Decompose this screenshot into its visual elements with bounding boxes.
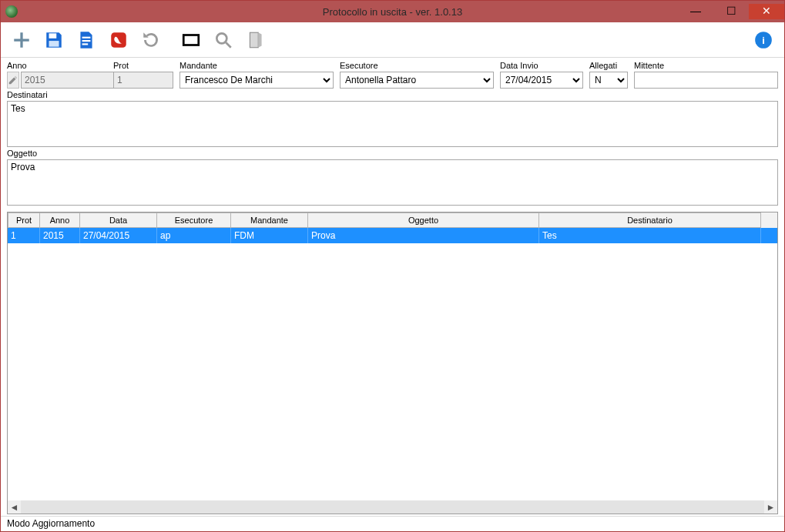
- field-mandante: Mandante Francesco De Marchi: [179, 61, 334, 89]
- search-button[interactable]: [209, 25, 238, 55]
- label-oggetto: Oggetto: [7, 149, 778, 158]
- label-prot: Prot: [113, 61, 173, 70]
- open-button[interactable]: [72, 25, 101, 55]
- grid-body[interactable]: 1 2015 27/04/2015 ap FDM Prova Tes: [8, 228, 777, 500]
- pdf-icon: [109, 30, 129, 50]
- textarea-oggetto[interactable]: [7, 159, 778, 206]
- input-mittente[interactable]: [634, 72, 778, 89]
- scroll-track[interactable]: [21, 500, 764, 514]
- label-esecutore: Esecutore: [340, 61, 494, 70]
- rectangle-icon: [181, 30, 201, 50]
- scroll-left-icon[interactable]: ◄: [8, 500, 21, 514]
- app-window: Protocollo in uscita - ver. 1.0.13 — ☐ ✕: [0, 0, 785, 532]
- cell-oggetto: Prova: [308, 228, 539, 243]
- cell-destinatario: Tes: [539, 228, 761, 243]
- label-anno: Anno: [7, 61, 107, 70]
- floppy-icon: [44, 30, 64, 50]
- field-row-1: Anno Prot Mandante Francesco De Marchi E…: [7, 61, 778, 89]
- svg-rect-0: [49, 33, 57, 38]
- input-prot: [113, 72, 173, 89]
- cell-esecutore: ap: [157, 228, 231, 243]
- col-destinatario[interactable]: Destinatario: [539, 212, 761, 228]
- select-mandante[interactable]: Francesco De Marchi: [179, 72, 334, 89]
- window-title: Protocollo in uscita - ver. 1.0.13: [1, 6, 784, 18]
- window-controls: — ☐ ✕: [678, 4, 784, 19]
- cell-prot: 1: [8, 228, 40, 243]
- svg-rect-3: [82, 40, 91, 42]
- field-data-invio: Data Invio 27/04/2015: [500, 61, 583, 89]
- textarea-destinatari[interactable]: [7, 101, 778, 147]
- info-icon: i: [753, 30, 773, 50]
- info-button[interactable]: i: [749, 25, 778, 55]
- content-area: Anno Prot Mandante Francesco De Marchi E…: [1, 58, 784, 516]
- status-bar: Modo Aggiornamento: [1, 516, 784, 531]
- label-destinatari: Destinatari: [7, 90, 778, 99]
- col-data[interactable]: Data: [80, 212, 157, 228]
- search-icon: [213, 30, 233, 50]
- field-esecutore: Esecutore Antonella Pattaro: [340, 61, 494, 89]
- cell-anno: 2015: [40, 228, 80, 243]
- field-oggetto: Oggetto: [7, 149, 778, 206]
- col-prot[interactable]: Prot: [8, 212, 40, 228]
- cell-mandante: FDM: [231, 228, 308, 243]
- field-mittente: Mittente: [634, 61, 778, 89]
- svg-line-8: [226, 42, 231, 48]
- select-data-invio[interactable]: 27/04/2015: [500, 72, 583, 89]
- pencil-icon: [8, 75, 18, 85]
- select-esecutore[interactable]: Antonella Pattaro: [340, 72, 494, 89]
- select-allegati[interactable]: N: [589, 72, 628, 89]
- pdf-button[interactable]: [104, 25, 133, 55]
- table-row[interactable]: 1 2015 27/04/2015 ap FDM Prova Tes: [8, 228, 777, 243]
- plus-icon: [12, 30, 32, 50]
- svg-rect-4: [82, 43, 89, 45]
- svg-text:i: i: [762, 35, 765, 46]
- horizontal-scrollbar[interactable]: ◄ ►: [8, 500, 777, 514]
- close-button[interactable]: ✕: [749, 4, 784, 19]
- refresh-button[interactable]: [136, 25, 166, 55]
- field-destinatari: Destinatari: [7, 90, 778, 147]
- svg-point-7: [216, 33, 226, 43]
- door-icon: [246, 30, 266, 50]
- field-prot: Prot: [113, 61, 173, 89]
- title-bar[interactable]: Protocollo in uscita - ver. 1.0.13 — ☐ ✕: [1, 1, 784, 22]
- svg-rect-1: [49, 41, 59, 47]
- maximize-button[interactable]: ☐: [713, 4, 749, 19]
- edit-anno-button[interactable]: [7, 72, 19, 89]
- col-anno[interactable]: Anno: [40, 212, 80, 228]
- refresh-icon: [141, 30, 161, 50]
- data-grid: Prot Anno Data Esecutore Mandante Oggett…: [7, 212, 778, 514]
- save-button[interactable]: [39, 25, 69, 55]
- toolbar: i: [1, 22, 784, 58]
- grid-header: Prot Anno Data Esecutore Mandante Oggett…: [8, 212, 777, 228]
- fullscreen-button[interactable]: [176, 25, 206, 55]
- app-icon: [5, 5, 18, 18]
- document-icon: [76, 30, 96, 50]
- col-esecutore[interactable]: Esecutore: [157, 212, 231, 228]
- label-data-invio: Data Invio: [500, 61, 583, 70]
- svg-rect-6: [183, 35, 199, 45]
- minimize-button[interactable]: —: [678, 4, 713, 19]
- new-button[interactable]: [7, 25, 36, 55]
- col-oggetto[interactable]: Oggetto: [308, 212, 539, 228]
- field-anno: Anno: [7, 61, 107, 89]
- field-allegati: Allegati N: [589, 61, 628, 89]
- label-allegati: Allegati: [589, 61, 628, 70]
- svg-rect-9: [250, 32, 258, 48]
- svg-rect-2: [82, 36, 91, 38]
- label-mandante: Mandante: [179, 61, 334, 70]
- exit-button[interactable]: [241, 25, 270, 55]
- status-text: Modo Aggiornamento: [7, 518, 95, 529]
- label-mittente: Mittente: [634, 61, 778, 70]
- scroll-right-icon[interactable]: ►: [764, 500, 777, 514]
- cell-data: 27/04/2015: [80, 228, 157, 243]
- col-mandante[interactable]: Mandante: [231, 212, 308, 228]
